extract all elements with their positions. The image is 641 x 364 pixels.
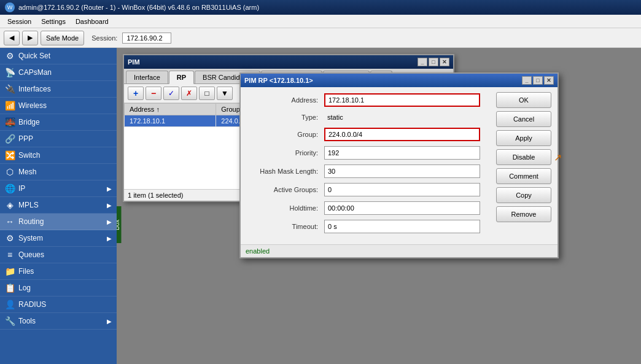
sidebar-item-ppp[interactable]: 🔗 PPP [0,131,117,147]
remove-button-dialog[interactable]: Remove [496,206,551,222]
ip-arrow-icon: ▶ [107,185,112,192]
sidebar-label-mpls: MPLS [18,201,39,209]
col-address[interactable]: Address ↑ [125,104,216,115]
sidebar-item-tools[interactable]: 🔧 Tools ▶ [0,313,117,330]
sidebar-label-files: Files [18,267,34,276]
quick-set-icon: ⚙ [5,51,15,61]
hash-mask-field[interactable] [324,165,480,178]
tools-arrow-icon: ▶ [107,318,112,325]
files-icon: 📁 [5,266,15,276]
ok-button[interactable]: OK [496,92,551,108]
menu-settings[interactable]: Settings [36,17,71,26]
sidebar-item-log[interactable]: 📋 Log [0,280,117,296]
forward-button[interactable]: ▶ [22,31,38,45]
filter-button[interactable]: ▼ [217,87,233,100]
queues-icon: ≡ [5,250,15,260]
sidebar-item-switch[interactable]: 🔀 Switch [0,147,117,164]
pim-title: PIM [128,58,140,66]
sidebar-label-queues: Queues [18,250,44,259]
holdtime-field[interactable] [324,201,480,215]
disable-button[interactable]: Disable ↗ [496,149,551,165]
active-groups-label: Active Groups: [251,186,324,193]
routing-arrow-icon: ▶ [107,219,112,225]
sidebar-item-capsman[interactable]: 📡 CAPsMan [0,64,117,81]
pim-rp-window-controls: _ □ ✕ [522,76,554,85]
apply-button[interactable]: Apply [496,130,551,146]
sidebar-item-quick-set[interactable]: ⚙ Quick Set [0,48,117,64]
sidebar-item-wireless[interactable]: 📶 Wireless [0,98,117,114]
system-icon: ⚙ [5,233,15,243]
sidebar-label-ip: IP [18,184,25,193]
pim-rp-maximize-button[interactable]: □ [533,76,543,85]
sidebar-item-radius[interactable]: 👤 RADIUS [0,296,117,313]
menu-session[interactable]: Session [2,17,36,26]
pim-close-button[interactable]: ✕ [440,58,449,66]
menu-dashboard[interactable]: Dashboard [71,17,114,26]
priority-field[interactable] [324,146,480,160]
pim-rp-minimize-button[interactable]: _ [522,76,532,85]
ppp-icon: 🔗 [5,134,15,144]
sidebar-item-mpls[interactable]: ◈ MPLS ▶ [0,197,117,214]
radius-icon: 👤 [5,300,15,309]
system-arrow-icon: ▶ [107,235,112,242]
sidebar-item-queues[interactable]: ≡ Queues [0,247,117,263]
title-text: admin@172.16.90.2 (Router - 1) - WinBox … [18,4,259,11]
address-field[interactable] [324,93,480,107]
address-label: Address: [251,96,324,104]
type-label: Type: [251,114,324,121]
remove-button[interactable]: − [146,87,161,100]
pim-window-controls: _ □ ✕ [418,58,449,66]
sidebar-item-files[interactable]: 📁 Files [0,263,117,280]
hash-mask-row: Hash Mask Length: [251,165,480,178]
sidebar-item-mesh[interactable]: ⬡ Mesh [0,164,117,180]
copy-button[interactable]: □ [199,87,215,100]
priority-label: Priority: [251,149,324,157]
sidebar-item-interfaces[interactable]: 🔌 Interfaces [0,81,117,98]
cursor-indicator: ↗ [554,152,562,163]
check-button[interactable]: ✓ [163,87,179,100]
timeout-row: Timeout: [251,220,480,233]
group-field[interactable] [324,128,480,141]
type-value: static [324,112,480,123]
routing-icon: ↔ [5,217,15,227]
sidebar-item-bridge[interactable]: 🌉 Bridge [0,114,117,131]
hash-mask-label: Hash Mask Length: [251,168,324,175]
main-layout: ⚙ Quick Set 📡 CAPsMan 🔌 Interfaces 📶 Wir… [0,48,641,364]
back-button[interactable]: ◀ [4,31,20,45]
pim-rp-dialog: PIM RP <172.18.10.1> _ □ ✕ Address: T [239,72,559,258]
pim-rp-close-button[interactable]: ✕ [544,76,554,85]
active-groups-field[interactable] [324,183,480,196]
pim-maximize-button[interactable]: □ [429,58,438,66]
wireless-icon: 📶 [5,101,15,110]
sidebar-label-interfaces: Interfaces [18,85,51,93]
session-value: 172.16.90.2 [122,33,171,44]
sidebar-item-ip[interactable]: 🌐 IP ▶ [0,180,117,197]
add-button[interactable]: + [128,87,144,100]
safe-mode-button[interactable]: Safe Mode [41,31,84,45]
interfaces-icon: 🔌 [5,84,15,94]
tab-interface[interactable]: Interface [126,71,168,83]
sidebar-label-radius: RADIUS [18,300,46,309]
sidebar-item-system[interactable]: ⚙ System ▶ [0,230,117,247]
holdtime-row: Holdtime: [251,201,480,215]
tab-rp[interactable]: RP [169,71,194,84]
dialog-body: Address: Type: static Group: [241,87,557,244]
pim-minimize-button[interactable]: _ [418,58,427,66]
form-area: Address: Type: static Group: [241,87,490,244]
cancel-button-dialog[interactable]: Cancel [496,111,551,127]
copy-button-dialog[interactable]: Copy [496,187,551,203]
cell-address: 172.18.10.1 [125,115,216,127]
sidebar-label-ppp: PPP [18,134,33,143]
cancel-button[interactable]: ✗ [181,87,197,100]
timeout-field[interactable] [324,220,480,233]
capsman-icon: 📡 [5,68,15,77]
pim-rp-titlebar: PIM RP <172.18.10.1> _ □ ✕ [241,74,557,87]
group-row: Group: [251,128,480,141]
tools-icon: 🔧 [5,316,15,326]
box-label: Box [117,206,122,243]
comment-button[interactable]: Comment [496,168,551,184]
address-row: Address: [251,93,480,107]
group-label: Group: [251,131,324,138]
sidebar-item-routing[interactable]: ↔ Routing ▶ [0,214,117,230]
dialog-buttons: OK Cancel Apply Disable ↗ Comment Copy R… [490,87,557,244]
